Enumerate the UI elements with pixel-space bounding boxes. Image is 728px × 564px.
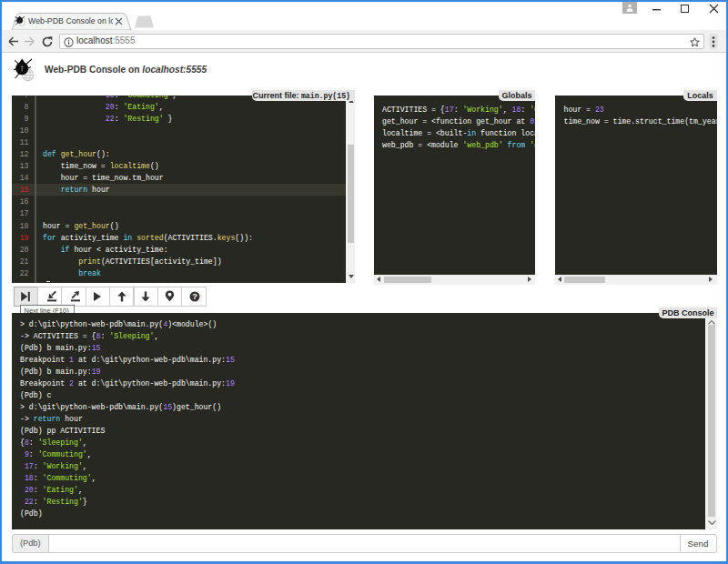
svg-text:?: ? bbox=[192, 292, 197, 301]
